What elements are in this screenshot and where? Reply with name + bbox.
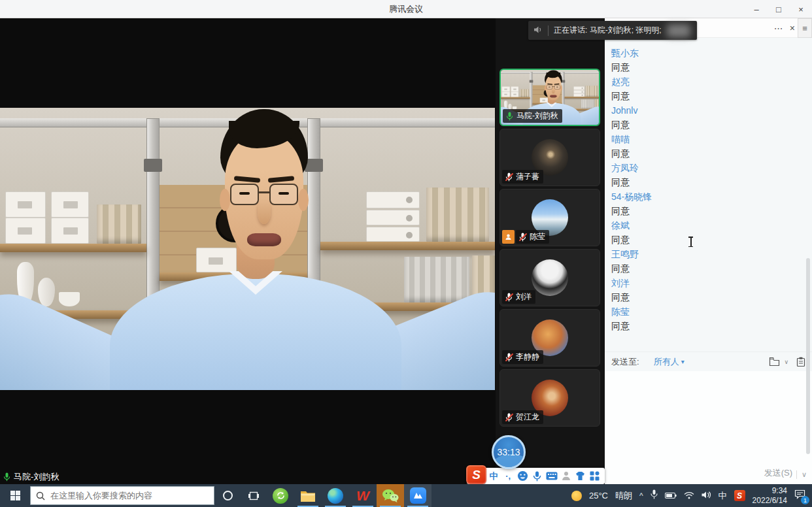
chat-message-text: 同意 [611,60,812,74]
chevron-down-icon: ▾ [681,358,685,365]
chat-message: 陈莹 同意 [611,304,812,333]
clipboard-icon[interactable] [796,357,805,367]
participant-label: 贺江龙 [502,410,543,424]
app-360-icon[interactable] [267,484,294,507]
ime-language-icon[interactable]: 中 [487,470,500,483]
chat-message-sender: 方凤玲 [611,161,812,175]
close-button[interactable]: × [790,0,812,18]
mic-icon [505,112,514,121]
ime-account-icon[interactable] [560,470,573,483]
chat-message-text: 同意 [611,261,812,276]
tray-battery-icon[interactable] [665,490,677,502]
chat-panel: ⋯ × ≡ 甄小东 同意 赵亮 同意 Johnlv 同意 喵喵 同意 方凤玲 同… [605,18,812,484]
ime-skin-icon[interactable] [574,470,587,483]
ime-more-grid-icon[interactable] [588,470,601,483]
chat-message: 喵喵 同意 [611,132,812,161]
window-title: 腾讯会议 [389,3,423,15]
chat-message-sender: 王鸣野 [611,247,812,261]
tray-clock[interactable]: 9:34 2022/6/14 [753,486,787,506]
chat-message: 徐斌 同意 [611,218,812,247]
task-view-button[interactable] [241,484,267,507]
speaking-text: 正在讲话: 马院-刘韵秋; 张明明; [554,25,662,36]
chat-send-row: 发送至: 所有人 ▾ ∨ [605,352,812,371]
speaker-audio-icon [533,25,543,37]
participant-label: 李静静 [502,350,543,364]
mic-icon [505,353,513,362]
chat-scrollbar[interactable] [806,258,810,454]
participant-name: 刘洋 [516,291,532,303]
chat-message: Johnlv 同意 [611,103,812,132]
participant-tile[interactable]: 贺江龙 [499,369,600,427]
windows-taskbar: W 25°C 晴朗 ^ [0,484,812,507]
ime-punctuation-icon[interactable]: ·, [501,470,515,483]
chat-message-text: 同意 [611,175,812,189]
panel-collapse-icon[interactable]: ≡ [798,18,812,38]
ime-keyboard-icon[interactable] [545,470,558,483]
tray-volume-icon[interactable] [702,490,711,502]
tray-mic-icon[interactable] [651,489,658,502]
meeting-timer[interactable]: 33:13 [492,435,526,469]
send-options-icon[interactable]: ∨ [796,470,807,479]
chat-message: 甄小东 同意 [611,46,812,74]
chat-message-sender: 甄小东 [611,46,812,60]
folder-chevron-icon[interactable]: ∨ [784,359,788,365]
maximize-button[interactable]: □ [768,0,790,18]
folder-icon[interactable] [769,357,780,367]
chat-message-text: 同意 [611,89,812,103]
edge-browser-icon[interactable] [322,484,349,507]
tray-language-indicator[interactable]: 中 [719,490,727,502]
minimize-button[interactable]: – [745,0,768,18]
participant-tile[interactable]: 李静静 [499,309,600,367]
search-input[interactable] [50,491,201,500]
tray-date: 2022/6/14 [753,496,787,506]
wechat-icon[interactable] [377,484,404,507]
chat-message-text: 同意 [611,204,812,218]
chat-message-sender: 刘洋 [611,276,812,290]
chat-more-icon[interactable]: ⋯ [774,23,783,33]
tray-wifi-icon[interactable] [684,490,694,502]
ime-emoji-icon[interactable] [516,470,529,483]
chat-message: 王鸣野 同意 [611,247,812,276]
participant-name: 蒲子蕃 [516,171,539,182]
window-controls: – □ × [745,0,812,18]
cortana-button[interactable] [214,484,241,507]
start-button[interactable] [0,484,30,507]
tray-expand-icon[interactable]: ^ [639,491,643,500]
participants-strip: 马院-刘韵秋 蒲子蕃 [496,18,605,484]
tray-sogou-icon[interactable]: S [734,490,745,501]
sogou-logo-icon[interactable]: S [466,465,486,484]
participant-name: 马院-刘韵秋 [516,110,558,122]
chat-message: 54-杨晓锋 同意 [611,189,812,218]
action-center-icon[interactable]: 1 [794,489,805,502]
taskbar-search[interactable] [30,486,214,505]
participant-name: 贺江龙 [516,412,539,423]
file-explorer-icon[interactable] [294,484,322,507]
chat-message-sender: 54-杨晓锋 [611,189,812,204]
chat-message-sender: 喵喵 [611,132,812,146]
ime-voice-icon[interactable] [530,470,543,483]
chat-input-area[interactable]: 发送(S) ∨ [605,371,812,484]
chat-message-text: 同意 [611,319,812,333]
tencent-meeting-icon[interactable] [404,484,431,507]
weather-temp[interactable]: 25°C [589,491,608,500]
participant-label: 刘洋 [502,290,535,304]
send-button[interactable]: 发送(S) [764,467,792,479]
chat-message-sender: Johnlv [611,103,812,118]
participant-tile[interactable]: 陈莹 [499,189,600,246]
weather-sun-icon[interactable] [571,491,582,501]
chat-message: 赵亮 同意 [611,74,812,103]
chat-message-text: 同意 [611,290,812,304]
chat-message-text: 同意 [611,118,812,132]
weather-condition[interactable]: 晴朗 [615,490,632,502]
mic-icon [518,233,527,242]
chat-close-icon[interactable]: × [790,23,795,33]
wps-office-icon[interactable]: W [349,484,377,507]
participant-tile[interactable]: 蒲子蕃 [499,129,600,186]
chat-message-text: 同意 [611,233,812,247]
host-badge-icon [502,230,515,244]
send-to-dropdown[interactable]: 所有人 ▾ [654,356,685,368]
participant-avatar [532,259,568,296]
participant-tile[interactable]: 马院-刘韵秋 [499,69,600,126]
mic-icon [505,293,513,302]
participant-tile[interactable]: 刘洋 [499,249,600,306]
